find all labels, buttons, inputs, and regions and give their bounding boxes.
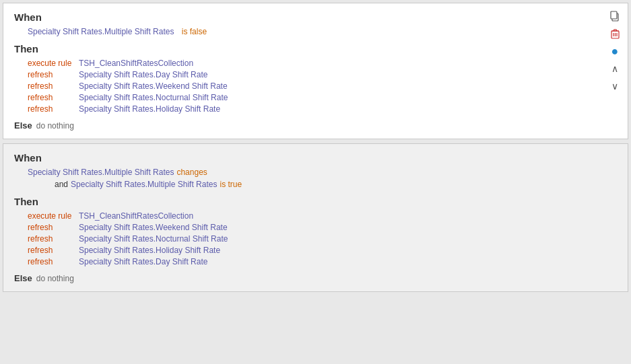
else-value-1: do nothing xyxy=(36,121,74,131)
action-verb-1-1: refresh xyxy=(28,70,75,79)
move-up-button-1[interactable]: ∧ xyxy=(607,61,622,76)
action-field-2-1: Specialty Shift Rates.Weekend Shift Rate xyxy=(79,223,228,232)
action-field-2-0: TSH_CleanShiftRatesCollection xyxy=(79,211,193,221)
condition-operator-1: is false xyxy=(182,27,207,36)
action-line-1-1: refresh Specialty Shift Rates.Day Shift … xyxy=(28,70,617,79)
else-section-2: Else do nothing xyxy=(14,273,617,283)
and-operator-2: is true xyxy=(220,180,242,189)
action-line-2-1: refresh Specialty Shift Rates.Weekend Sh… xyxy=(28,223,617,232)
then-section-2: Then xyxy=(14,196,617,207)
action-line-2-2: refresh Specialty Shift Rates.Nocturnal … xyxy=(28,234,617,244)
then-label-1: Then xyxy=(14,43,617,54)
action-field-1-1: Specialty Shift Rates.Day Shift Rate xyxy=(79,70,207,79)
action-field-1-3: Specialty Shift Rates.Nocturnal Shift Ra… xyxy=(79,93,228,102)
action-line-2-3: refresh Specialty Shift Rates.Holiday Sh… xyxy=(28,246,617,255)
action-verb-1-3: refresh xyxy=(28,93,75,102)
action-line-1-2: refresh Specialty Shift Rates.Weekend Sh… xyxy=(28,81,617,91)
then-label-2: Then xyxy=(14,196,617,207)
else-value-2: do nothing xyxy=(36,274,74,283)
and-condition-line-2: and Specialty Shift Rates.Multiple Shift… xyxy=(55,180,617,189)
else-section-1: Else do nothing xyxy=(14,120,617,131)
condition-field-2: Specialty Shift Rates.Multiple Shift Rat… xyxy=(28,168,174,177)
action-field-2-2: Specialty Shift Rates.Nocturnal Shift Ra… xyxy=(79,234,228,244)
delete-button-1[interactable] xyxy=(607,26,622,41)
action-verb-2-0: execute rule xyxy=(28,211,75,221)
else-label-1: Else xyxy=(14,120,32,131)
action-line-2-4: refresh Specialty Shift Rates.Day Shift … xyxy=(28,257,617,266)
when-label-2: When xyxy=(14,152,617,163)
condition-line-2: Specialty Shift Rates.Multiple Shift Rat… xyxy=(28,168,617,177)
condition-line-1: Specialty Shift Rates.Multiple Shift Rat… xyxy=(28,27,617,36)
copy-button-1[interactable] xyxy=(607,9,622,24)
status-button-1[interactable]: ● xyxy=(607,44,622,59)
move-down-button-1[interactable]: ∨ xyxy=(607,79,622,94)
action-verb-2-2: refresh xyxy=(28,234,75,244)
action-field-2-3: Specialty Shift Rates.Holiday Shift Rate xyxy=(79,246,220,255)
rule-card-2: When Specialty Shift Rates.Multiple Shif… xyxy=(3,143,628,292)
svg-rect-1 xyxy=(611,11,617,19)
then-section-1: Then xyxy=(14,43,617,54)
action-field-1-4: Specialty Shift Rates.Holiday Shift Rate xyxy=(79,104,220,114)
action-field-1-2: Specialty Shift Rates.Weekend Shift Rate xyxy=(79,81,228,91)
action-verb-1-4: refresh xyxy=(28,104,75,114)
action-line-1-4: refresh Specialty Shift Rates.Holiday Sh… xyxy=(28,104,617,114)
action-verb-1-0: execute rule xyxy=(28,59,75,68)
condition-field-1: Specialty Shift Rates.Multiple Shift Rat… xyxy=(28,27,174,36)
action-field-2-4: Specialty Shift Rates.Day Shift Rate xyxy=(79,257,207,266)
action-verb-2-1: refresh xyxy=(28,223,75,232)
action-line-2-0: execute rule TSH_CleanShiftRatesCollecti… xyxy=(28,211,617,221)
condition-operator-2: changes xyxy=(176,168,207,177)
when-label-1: When xyxy=(14,11,617,23)
action-line-1-0: execute rule TSH_CleanShiftRatesCollecti… xyxy=(28,59,617,68)
action-line-1-3: refresh Specialty Shift Rates.Nocturnal … xyxy=(28,93,617,102)
condition-is-1 xyxy=(176,27,178,36)
action-field-1-0: TSH_CleanShiftRatesCollection xyxy=(79,59,193,68)
else-label-2: Else xyxy=(14,273,32,283)
and-field-2: Specialty Shift Rates.Multiple Shift Rat… xyxy=(71,180,217,189)
action-verb-2-4: refresh xyxy=(28,257,75,266)
rule-card-1: When Specialty Shift Rates.Multiple Shif… xyxy=(3,3,628,139)
toolbar-1: ● ∧ ∨ xyxy=(607,9,622,94)
and-keyword-2: and xyxy=(55,180,68,189)
action-verb-1-2: refresh xyxy=(28,81,75,91)
action-verb-2-3: refresh xyxy=(28,246,75,255)
